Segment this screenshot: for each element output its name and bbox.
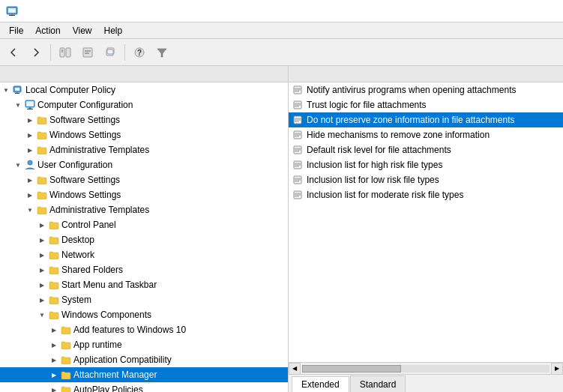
tree-node-control-panel[interactable]: ▶ Control Panel [0, 217, 288, 232]
expand-icon-desktop[interactable]: ▶ [36, 234, 48, 246]
expand-icon-windows-components[interactable]: ▼ [36, 309, 48, 321]
tree-label-user-configuration: User Configuration [37, 160, 112, 170]
menu-view[interactable]: View [67, 24, 98, 37]
show-hide-button[interactable] [55, 42, 76, 63]
expand-icon-uc-software-settings[interactable]: ▶ [24, 174, 36, 186]
expand-icon-app-compat[interactable]: ▶ [48, 354, 60, 366]
tree-label-computer-configuration: Computer Configuration [37, 100, 133, 110]
tree-icon-windows-components [48, 309, 60, 321]
forward-button[interactable] [25, 42, 46, 63]
setting-icon-hide-mechanisms [292, 129, 304, 141]
scroll-left-button[interactable]: ◀ [289, 363, 301, 375]
back-button[interactable] [3, 42, 24, 63]
tree-node-local-computer-policy[interactable]: ▼Local Computer Policy [0, 82, 288, 97]
tree-node-shared-folders[interactable]: ▶ Shared Folders [0, 262, 288, 277]
tree-node-network[interactable]: ▶ Network [0, 247, 288, 262]
settings-panel: Notify antivirus programs when opening a… [289, 66, 563, 392]
new-window-button[interactable] [100, 42, 121, 63]
tab-standard[interactable]: Standard [350, 376, 406, 392]
tree-icon-network [48, 249, 60, 261]
svg-rect-8 [83, 48, 92, 57]
tree-node-desktop[interactable]: ▶ Desktop [0, 232, 288, 247]
close-button[interactable] [523, 1, 557, 22]
main-content: ▼Local Computer Policy▼Computer Configur… [0, 66, 563, 392]
tree-icon-cc-windows-settings [36, 129, 48, 141]
expand-icon-start-menu[interactable]: ▶ [36, 279, 48, 291]
expand-icon-cc-admin-templates[interactable]: ▶ [24, 144, 36, 156]
setting-icon-trust-logic [292, 99, 304, 111]
tree-node-cc-windows-settings[interactable]: ▶ Windows Settings [0, 127, 288, 142]
svg-rect-5 [66, 48, 70, 57]
tree-node-user-configuration[interactable]: ▼User Configuration [0, 157, 288, 172]
tree-icon-user-configuration [24, 159, 36, 171]
tree-node-autoplay[interactable]: ▶ AutoPlay Policies [0, 382, 288, 392]
toolbar-separator-1 [50, 44, 51, 61]
menu-file[interactable]: File [3, 24, 29, 37]
settings-list: Notify antivirus programs when opening a… [289, 82, 563, 362]
horizontal-scrollbar[interactable]: ◀ ▶ [289, 362, 563, 374]
tab-extended[interactable]: Extended [292, 376, 349, 392]
tree-label-uc-admin-templates: Administrative Templates [49, 205, 149, 215]
tree-node-attachment-manager[interactable]: ▶ Attachment Manager [0, 367, 288, 382]
maximize-button[interactable] [488, 1, 522, 22]
tree-node-app-compat[interactable]: ▶ Application Compatibility [0, 352, 288, 367]
scroll-right-button[interactable]: ▶ [551, 363, 563, 375]
settings-item-notify-antivirus[interactable]: Notify antivirus programs when opening a… [289, 82, 563, 97]
tree-node-computer-configuration[interactable]: ▼Computer Configuration [0, 97, 288, 112]
setting-label-hide-mechanisms: Hide mechanisms to remove zone informati… [307, 130, 490, 140]
tree-node-system[interactable]: ▶ System [0, 292, 288, 307]
tree-label-autoplay: AutoPlay Policies [73, 385, 143, 392]
app-icon [6, 5, 18, 17]
expand-icon-network[interactable]: ▶ [36, 249, 48, 261]
tree-label-network: Network [61, 250, 94, 260]
help-button[interactable]: ? [129, 42, 150, 63]
settings-item-do-not-preserve[interactable]: Do not preserve zone information in file… [289, 112, 563, 127]
svg-rect-3 [9, 15, 15, 16]
expand-icon-computer-configuration[interactable]: ▼ [12, 99, 24, 111]
minimize-button[interactable] [453, 1, 487, 22]
menu-action[interactable]: Action [29, 24, 66, 37]
tree-icon-app-runtime [60, 339, 72, 351]
tree-node-cc-software-settings[interactable]: ▶ Software Settings [0, 112, 288, 127]
menu-help[interactable]: Help [98, 24, 129, 37]
expand-icon-user-configuration[interactable]: ▼ [12, 159, 24, 171]
settings-item-inclusion-moderate[interactable]: Inclusion list for moderate risk file ty… [289, 187, 563, 202]
setting-label-inclusion-low: Inclusion list for low risk file types [307, 175, 439, 185]
tab-bar: Extended Standard [289, 374, 563, 392]
expand-icon-uc-admin-templates[interactable]: ▼ [24, 204, 36, 216]
setting-label-inclusion-high: Inclusion list for high risk file types [307, 160, 442, 170]
svg-marker-15 [157, 49, 166, 57]
settings-item-inclusion-high[interactable]: Inclusion list for high risk file types [289, 157, 563, 172]
tree-label-cc-software-settings: Software Settings [49, 115, 120, 125]
tree-node-uc-software-settings[interactable]: ▶ Software Settings [0, 172, 288, 187]
settings-item-default-risk[interactable]: Default risk level for file attachments [289, 142, 563, 157]
menu-bar: File Action View Help [0, 22, 563, 39]
settings-item-trust-logic[interactable]: Trust logic for file attachments [289, 97, 563, 112]
tree-node-windows-components[interactable]: ▼ Windows Components [0, 307, 288, 322]
properties-button[interactable] [77, 42, 98, 63]
scroll-track[interactable] [302, 365, 550, 373]
expand-icon-add-features[interactable]: ▶ [48, 324, 60, 336]
tree-node-start-menu[interactable]: ▶ Start Menu and Taskbar [0, 277, 288, 292]
tree-label-start-menu: Start Menu and Taskbar [61, 280, 157, 290]
settings-item-inclusion-low[interactable]: Inclusion list for low risk file types [289, 172, 563, 187]
expand-icon-shared-folders[interactable]: ▶ [36, 264, 48, 276]
tree-panel[interactable]: ▼Local Computer Policy▼Computer Configur… [0, 66, 289, 392]
tree-node-cc-admin-templates[interactable]: ▶ Administrative Templates [0, 142, 288, 157]
expand-icon-system[interactable]: ▶ [36, 294, 48, 306]
expand-icon-attachment-manager[interactable]: ▶ [48, 369, 60, 381]
expand-icon-cc-windows-settings[interactable]: ▶ [24, 129, 36, 141]
filter-button[interactable] [151, 42, 172, 63]
settings-item-hide-mechanisms[interactable]: Hide mechanisms to remove zone informati… [289, 127, 563, 142]
expand-icon-cc-software-settings[interactable]: ▶ [24, 114, 36, 126]
tree-node-add-features[interactable]: ▶ Add features to Windows 10 [0, 322, 288, 337]
tree-node-uc-admin-templates[interactable]: ▼ Administrative Templates [0, 202, 288, 217]
expand-icon-app-runtime[interactable]: ▶ [48, 339, 60, 351]
tree-node-app-runtime[interactable]: ▶ App runtime [0, 337, 288, 352]
scroll-thumb[interactable] [302, 365, 401, 373]
expand-icon-uc-windows-settings[interactable]: ▶ [24, 189, 36, 201]
expand-icon-autoplay[interactable]: ▶ [48, 384, 60, 392]
expand-icon-local-computer-policy[interactable]: ▼ [0, 84, 12, 96]
expand-icon-control-panel[interactable]: ▶ [36, 219, 48, 231]
tree-node-uc-windows-settings[interactable]: ▶ Windows Settings [0, 187, 288, 202]
